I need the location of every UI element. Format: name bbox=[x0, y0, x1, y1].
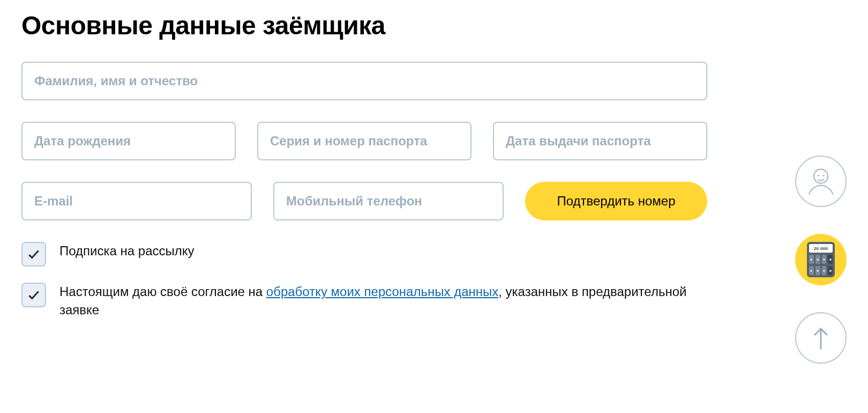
floating-actions: 20 000 bbox=[795, 156, 847, 364]
check-icon bbox=[27, 288, 41, 302]
arrow-up-icon bbox=[813, 326, 829, 350]
passport-number-input[interactable] bbox=[257, 122, 472, 160]
scroll-to-top-button[interactable] bbox=[795, 312, 847, 364]
consent-prefix: Настоящим даю своё согласие на bbox=[59, 284, 266, 299]
calculator-display: 20 000 bbox=[809, 244, 833, 253]
calculator-icon: 20 000 bbox=[807, 242, 835, 277]
calculator-button[interactable]: 20 000 bbox=[795, 234, 847, 285]
subscribe-label: Подписка на рассылку bbox=[59, 244, 194, 258]
consent-checkbox[interactable] bbox=[21, 283, 46, 307]
section-heading: Основные данные заёмщика bbox=[21, 11, 847, 40]
subscribe-checkbox[interactable] bbox=[21, 242, 46, 267]
personal-data-link[interactable]: обработку моих персональных данных bbox=[266, 284, 498, 299]
birthdate-input[interactable] bbox=[21, 122, 236, 160]
phone-input[interactable] bbox=[273, 182, 504, 220]
fullname-input[interactable] bbox=[21, 62, 707, 100]
person-icon bbox=[805, 165, 837, 197]
confirm-phone-button[interactable]: Подтвердить номер bbox=[525, 182, 707, 220]
borrower-form: Подтвердить номер Подписка на рассылку Н… bbox=[21, 62, 707, 319]
email-input[interactable] bbox=[21, 182, 252, 220]
passport-issue-date-input[interactable] bbox=[493, 122, 707, 160]
assistant-button[interactable] bbox=[795, 156, 847, 207]
svg-point-0 bbox=[814, 169, 828, 183]
consent-text: Настоящим даю своё согласие на обработку… bbox=[59, 283, 707, 319]
check-icon bbox=[27, 247, 41, 261]
